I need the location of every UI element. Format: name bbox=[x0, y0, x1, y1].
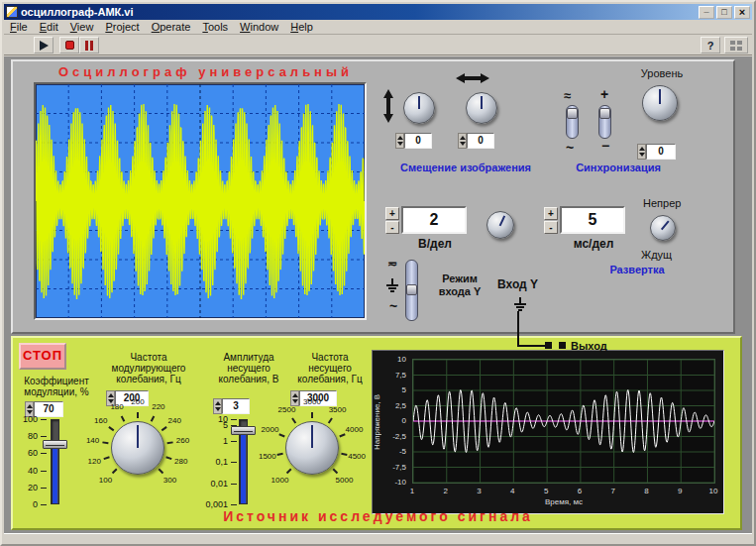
stepper[interactable] bbox=[637, 144, 646, 160]
sync-source-toggle[interactable] bbox=[566, 105, 579, 139]
vdiv-increment-button[interactable]: + bbox=[385, 207, 399, 220]
slider-scale-label: 1 bbox=[223, 436, 228, 446]
graph-x-tick-label: 4 bbox=[505, 487, 519, 495]
graph-y-tick-label: -5 bbox=[399, 447, 406, 456]
close-button[interactable] bbox=[734, 6, 750, 19]
msdiv-decrement-button[interactable]: - bbox=[544, 221, 558, 234]
dial-scale-tick bbox=[339, 433, 345, 437]
toolbar: ? bbox=[4, 36, 752, 55]
graph-y-ticks: 107,552,50-2,5-5-7,5-10 bbox=[382, 359, 408, 484]
menu-tools[interactable]: Tools bbox=[196, 21, 234, 33]
graph-plot-area bbox=[412, 359, 715, 484]
mod-freq-dial: 100120140160180200220240260280300 bbox=[73, 383, 202, 512]
pause-button[interactable] bbox=[79, 37, 99, 54]
stepper[interactable] bbox=[213, 398, 222, 414]
slider-scale-label: 80 bbox=[28, 431, 38, 441]
run-button[interactable] bbox=[34, 37, 54, 54]
graph-y-tick-label: 0 bbox=[402, 416, 406, 425]
toolbar-palette-button[interactable] bbox=[724, 37, 748, 54]
help-button[interactable]: ? bbox=[701, 37, 720, 54]
slider-scale-tick bbox=[41, 453, 47, 454]
msdiv-increment-button[interactable]: + bbox=[544, 207, 558, 220]
output-terminal-2[interactable] bbox=[559, 342, 566, 349]
input-mode-toggle[interactable] bbox=[405, 260, 418, 321]
graph-x-tick-label: 8 bbox=[639, 487, 653, 495]
sync-plus-symbol: + bbox=[600, 86, 608, 102]
menu-view[interactable]: View bbox=[64, 21, 100, 33]
msdiv-value[interactable]: 5 bbox=[560, 206, 625, 234]
oscilloscope-trace bbox=[36, 84, 365, 318]
title-bar[interactable]: осциллограф-АМК.vi bbox=[4, 4, 752, 20]
level-display: 0 bbox=[637, 144, 676, 160]
carrier-freq-knob[interactable] bbox=[285, 421, 339, 475]
sync-label: Синхронизация bbox=[564, 162, 673, 173]
dial-scale-tick bbox=[151, 415, 156, 421]
graph-y-tick-label: -10 bbox=[394, 478, 406, 487]
slider-scale-label: 40 bbox=[28, 466, 38, 476]
mod-coef-slider[interactable] bbox=[51, 419, 59, 504]
status-bar bbox=[4, 533, 752, 546]
slider-scale-tick bbox=[231, 441, 237, 442]
vertical-offset-arrows-icon bbox=[381, 88, 395, 124]
slider-scale-tick bbox=[231, 419, 237, 420]
menu-project[interactable]: Project bbox=[99, 21, 145, 33]
sweep-mode-knob[interactable] bbox=[650, 215, 676, 241]
slider-fill bbox=[53, 445, 57, 503]
menu-window[interactable]: Window bbox=[234, 21, 284, 33]
input-mode-ac-symbol: ~ bbox=[389, 298, 397, 314]
source-title: Источник исследуемого сигнала bbox=[13, 508, 743, 524]
dial-scale-tick bbox=[121, 415, 126, 421]
level-knob[interactable] bbox=[642, 85, 678, 121]
input-mode-label-line1: Режим bbox=[429, 273, 490, 284]
vdiv-value[interactable]: 2 bbox=[401, 206, 467, 234]
graph-trace bbox=[413, 360, 714, 483]
level-value[interactable]: 0 bbox=[646, 144, 676, 160]
mod-coef-slider-handle[interactable] bbox=[43, 440, 67, 449]
sync-minus-symbol: − bbox=[601, 138, 609, 154]
vdiv-knob[interactable] bbox=[486, 211, 514, 239]
output-terminal-1[interactable] bbox=[545, 342, 552, 349]
amplitude-value[interactable]: 3 bbox=[222, 398, 250, 414]
slider-scale-label: 20 bbox=[28, 483, 38, 492]
vertical-offset-knob[interactable] bbox=[403, 92, 435, 124]
signal-source-panel: СТОП Коэффициент модуляции, % 70 1008060… bbox=[11, 336, 742, 530]
menu-edit[interactable]: Edit bbox=[34, 21, 64, 33]
input-mode-dc-symbol: ≂ bbox=[387, 257, 397, 271]
graph-x-tick-label: 9 bbox=[673, 487, 687, 495]
slider-scale-label: 0,1 bbox=[215, 457, 228, 467]
graph-x-tick-label: 5 bbox=[539, 487, 553, 495]
horizontal-offset-value[interactable]: 0 bbox=[467, 133, 494, 149]
menu-file[interactable]: File bbox=[4, 21, 34, 33]
stepper[interactable] bbox=[395, 133, 404, 149]
knob-pointer bbox=[286, 422, 338, 474]
carrier-freq-dial: 100015002000250030003500400045005000 bbox=[248, 383, 377, 512]
input-mode-label-line2: входа Y bbox=[427, 285, 492, 297]
dial-scale-label: 2500 bbox=[271, 405, 301, 414]
vertical-offset-value[interactable]: 0 bbox=[404, 133, 432, 149]
vertical-offset-display: 0 bbox=[395, 133, 432, 149]
graph-y-tick-label: -7,5 bbox=[392, 463, 406, 472]
sync-slope-toggle[interactable] bbox=[598, 105, 611, 139]
knob-pointer bbox=[643, 86, 677, 120]
slider-fill bbox=[241, 430, 246, 503]
graph-x-tick-label: 1 bbox=[405, 487, 419, 495]
maximize-button[interactable] bbox=[716, 6, 732, 19]
horizontal-offset-knob[interactable] bbox=[466, 92, 497, 124]
dial-scale-label: 300 bbox=[156, 476, 185, 485]
carrier-freq-label-line2: несущего bbox=[278, 363, 381, 374]
abort-icon bbox=[65, 41, 74, 50]
stepper[interactable] bbox=[458, 133, 467, 149]
stop-button[interactable]: СТОП bbox=[19, 343, 66, 370]
amplitude-display: 3 bbox=[213, 398, 250, 414]
graph-x-ticks: 12345678910 bbox=[412, 487, 715, 496]
sync-ac-symbol: ≈ bbox=[564, 88, 571, 103]
abort-button[interactable] bbox=[59, 37, 79, 54]
menu-help[interactable]: Help bbox=[284, 21, 319, 33]
output-label: Выход bbox=[571, 340, 607, 352]
signal-graph: Напряжение, В 107,552,50-2,5-5-7,5-10 12… bbox=[372, 350, 724, 514]
pause-icon bbox=[85, 41, 88, 51]
mod-freq-knob[interactable] bbox=[111, 421, 164, 475]
minimize-button[interactable] bbox=[699, 6, 714, 19]
vdiv-decrement-button[interactable]: - bbox=[385, 221, 399, 234]
menu-operate[interactable]: Operate bbox=[146, 21, 197, 33]
